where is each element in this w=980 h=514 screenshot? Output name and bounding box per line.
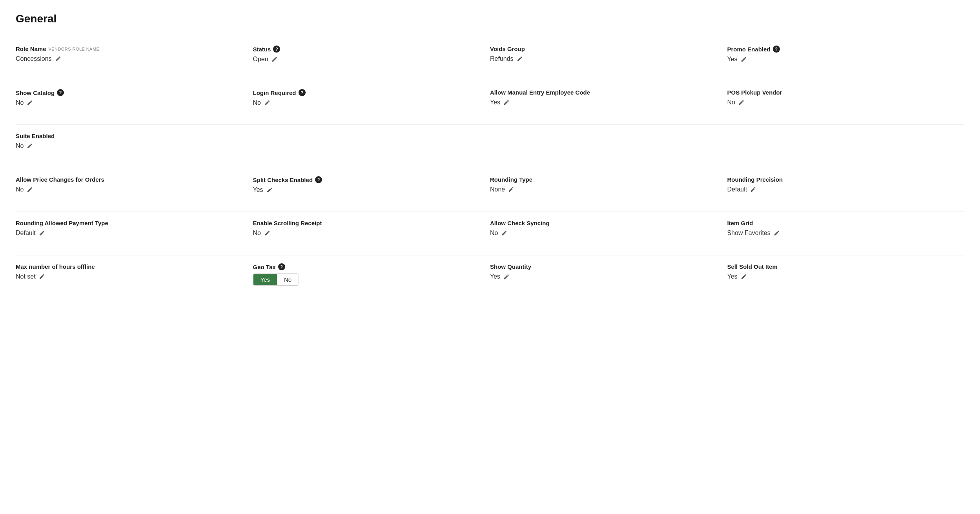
edit-icon-allow-price-changes[interactable] <box>27 186 33 193</box>
field-value-text-status: Open <box>253 56 268 63</box>
edit-icon-rounding-allowed-payment[interactable] <box>39 230 45 236</box>
field-value-max-hours-offline: Not set <box>16 273 244 280</box>
field-value-text-show-catalog: No <box>16 99 24 106</box>
field-value-rounding-type: None <box>490 186 718 193</box>
field-value-allow-check-syncing: No <box>490 230 718 237</box>
edit-icon-item-grid[interactable] <box>774 230 780 236</box>
field-value-enable-scrolling-receipt: No <box>253 230 481 237</box>
field-label-text-login-required: Login Required <box>253 89 296 96</box>
field-label-text-split-checks-enabled: Split Checks Enabled <box>253 177 313 183</box>
field-allow-price-changes: Allow Price Changes for OrdersNo <box>16 168 253 211</box>
edit-icon-sell-sold-out-item[interactable] <box>741 273 747 280</box>
field-empty2 <box>490 125 727 168</box>
edit-icon-max-hours-offline[interactable] <box>39 273 45 280</box>
edit-icon-split-checks-enabled[interactable] <box>266 187 273 193</box>
info-icon-status[interactable]: ? <box>273 46 280 53</box>
field-label-text-allow-check-syncing: Allow Check Syncing <box>490 220 550 226</box>
field-value-allow-manual-entry: Yes <box>490 99 718 106</box>
field-label-promo-enabled: Promo Enabled? <box>727 46 955 53</box>
edit-icon-role-name[interactable] <box>55 56 61 62</box>
field-allow-manual-entry: Allow Manual Entry Employee CodeYes <box>490 81 727 124</box>
info-icon-show-catalog[interactable]: ? <box>57 89 64 96</box>
field-label-text-promo-enabled: Promo Enabled <box>727 46 771 53</box>
field-label-rounding-precision: Rounding Precision <box>727 176 955 183</box>
field-label-text-allow-manual-entry: Allow Manual Entry Employee Code <box>490 89 590 96</box>
field-label-text-rounding-allowed-payment: Rounding Allowed Payment Type <box>16 220 108 226</box>
field-show-catalog: Show Catalog?No <box>16 81 253 124</box>
info-icon-login-required[interactable]: ? <box>299 89 306 96</box>
field-value-text-pos-pickup-vendor: No <box>727 99 735 106</box>
info-icon-promo-enabled[interactable]: ? <box>773 46 780 53</box>
field-label-show-catalog: Show Catalog? <box>16 89 244 96</box>
field-label-text-rounding-type: Rounding Type <box>490 176 532 183</box>
toggle-no-geo-tax[interactable]: No <box>277 274 299 285</box>
field-label-text-role-name: Role Name <box>16 46 46 52</box>
field-value-text-rounding-precision: Default <box>727 186 747 193</box>
field-value-text-allow-manual-entry: Yes <box>490 99 500 106</box>
field-value-suite-enabled: No <box>16 142 244 149</box>
field-allow-check-syncing: Allow Check SyncingNo <box>490 212 727 255</box>
field-sell-sold-out-item: Sell Sold Out ItemYes <box>727 255 965 299</box>
field-label-suite-enabled: Suite Enabled <box>16 133 244 139</box>
edit-icon-show-catalog[interactable] <box>27 100 33 106</box>
info-icon-geo-tax[interactable]: ? <box>278 263 285 270</box>
field-value-text-promo-enabled: Yes <box>727 56 738 63</box>
field-value-promo-enabled: Yes <box>727 56 955 63</box>
field-value-text-enable-scrolling-receipt: No <box>253 230 261 237</box>
field-value-text-login-required: No <box>253 99 261 106</box>
info-icon-split-checks-enabled[interactable]: ? <box>315 176 322 183</box>
field-label-sell-sold-out-item: Sell Sold Out Item <box>727 263 955 270</box>
field-value-voids-group: Refunds <box>490 55 718 62</box>
field-value-text-split-checks-enabled: Yes <box>253 186 263 193</box>
field-rounding-precision: Rounding PrecisionDefault <box>727 168 965 211</box>
field-label-allow-manual-entry: Allow Manual Entry Employee Code <box>490 89 718 96</box>
field-label-enable-scrolling-receipt: Enable Scrolling Receipt <box>253 220 481 226</box>
field-value-item-grid: Show Favorites <box>727 230 955 237</box>
edit-icon-allow-check-syncing[interactable] <box>501 230 507 236</box>
field-value-rounding-precision: Default <box>727 186 955 193</box>
field-promo-enabled: Promo Enabled?Yes <box>727 38 965 81</box>
field-show-quantity: Show QuantityYes <box>490 255 727 299</box>
field-value-rounding-allowed-payment: Default <box>16 230 244 237</box>
edit-icon-rounding-precision[interactable] <box>750 186 756 193</box>
edit-icon-show-quantity[interactable] <box>503 273 510 280</box>
edit-icon-enable-scrolling-receipt[interactable] <box>264 230 270 236</box>
edit-icon-allow-manual-entry[interactable] <box>503 99 510 106</box>
edit-icon-status[interactable] <box>271 56 278 62</box>
field-value-text-voids-group: Refunds <box>490 55 514 62</box>
settings-grid: Role NameVENDORS ROLE NAMEConcessionsSta… <box>16 38 964 299</box>
field-label-login-required: Login Required? <box>253 89 481 96</box>
edit-icon-rounding-type[interactable] <box>508 186 514 193</box>
field-label-text-voids-group: Voids Group <box>490 46 525 52</box>
field-value-split-checks-enabled: Yes <box>253 186 481 193</box>
field-label-text-suite-enabled: Suite Enabled <box>16 133 55 139</box>
field-value-text-sell-sold-out-item: Yes <box>727 273 738 280</box>
field-label-geo-tax: Geo Tax? <box>253 263 481 270</box>
field-label-voids-group: Voids Group <box>490 46 718 52</box>
edit-icon-pos-pickup-vendor[interactable] <box>738 99 745 106</box>
edit-icon-promo-enabled[interactable] <box>741 56 747 62</box>
field-label-allow-price-changes: Allow Price Changes for Orders <box>16 176 244 183</box>
field-status: Status?Open <box>253 38 490 81</box>
field-suite-enabled: Suite EnabledNo <box>16 125 253 168</box>
field-item-grid: Item GridShow Favorites <box>727 212 965 255</box>
field-label-pos-pickup-vendor: POS Pickup Vendor <box>727 89 955 96</box>
edit-icon-login-required[interactable] <box>264 100 270 106</box>
field-value-text-allow-price-changes: No <box>16 186 24 193</box>
toggle-yes-geo-tax[interactable]: Yes <box>253 274 277 285</box>
field-label-text-geo-tax: Geo Tax <box>253 264 276 270</box>
toggle-group-geo-tax[interactable]: YesNo <box>253 273 299 286</box>
field-label-rounding-allowed-payment: Rounding Allowed Payment Type <box>16 220 244 226</box>
field-label-allow-check-syncing: Allow Check Syncing <box>490 220 718 226</box>
field-value-text-rounding-allowed-payment: Default <box>16 230 36 237</box>
field-label-split-checks-enabled: Split Checks Enabled? <box>253 176 481 183</box>
field-rounding-allowed-payment: Rounding Allowed Payment TypeDefault <box>16 212 253 255</box>
field-pos-pickup-vendor: POS Pickup VendorNo <box>727 81 965 124</box>
edit-icon-voids-group[interactable] <box>517 56 523 62</box>
field-label-rounding-type: Rounding Type <box>490 176 718 183</box>
field-label-role-name: Role NameVENDORS ROLE NAME <box>16 46 244 52</box>
field-label-show-quantity: Show Quantity <box>490 263 718 270</box>
edit-icon-suite-enabled[interactable] <box>27 143 33 149</box>
field-value-sell-sold-out-item: Yes <box>727 273 955 280</box>
field-value-geo-tax: YesNo <box>253 273 481 286</box>
